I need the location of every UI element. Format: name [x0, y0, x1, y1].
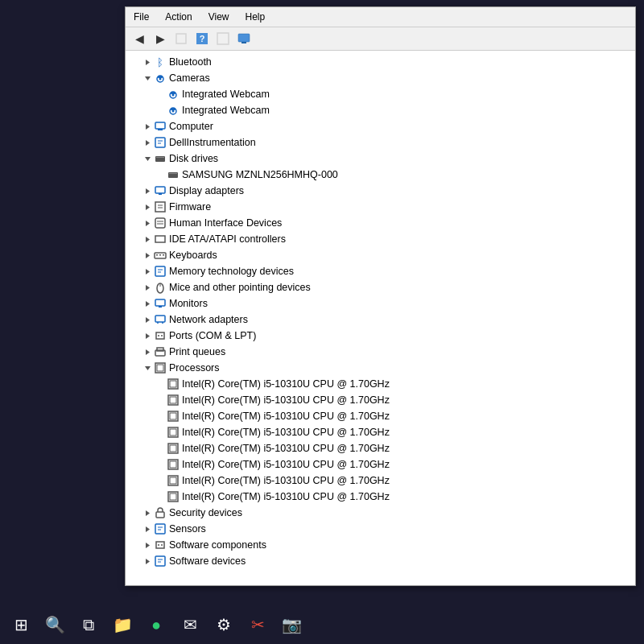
task-view-button[interactable]: ⧉ — [74, 610, 103, 639]
item-label: Human Interface Devices — [169, 217, 282, 229]
expand-icon[interactable] — [142, 330, 153, 341]
expand-icon[interactable] — [142, 266, 153, 277]
tree-item[interactable]: Intel(R) Core(TM) i5-10310U CPU @ 1.70GH… — [126, 440, 635, 456]
expand-icon — [155, 459, 166, 470]
expand-icon[interactable] — [142, 137, 153, 148]
menu-help[interactable]: Help — [242, 10, 269, 24]
svg-rect-83 — [170, 461, 176, 468]
item-label: Security devices — [169, 507, 242, 518]
menu-action[interactable]: Action — [162, 10, 195, 24]
expand-icon[interactable] — [142, 346, 153, 357]
back-button[interactable]: ◀ — [130, 30, 148, 47]
expand-icon[interactable] — [142, 507, 153, 518]
tree-item[interactable]: Intel(R) Core(TM) i5-10310U CPU @ 1.70GH… — [126, 489, 635, 505]
display-button[interactable] — [235, 30, 253, 47]
settings-button[interactable]: ⚙ — [209, 610, 238, 639]
tree-item[interactable]: Intel(R) Core(TM) i5-10310U CPU @ 1.70GH… — [126, 408, 635, 424]
folder-button[interactable]: 📁 — [108, 610, 137, 639]
media-button[interactable]: ● — [142, 610, 171, 639]
tree-item[interactable]: Intel(R) Core(TM) i5-10310U CPU @ 1.70GH… — [126, 376, 635, 392]
tree-item[interactable]: Print queues — [126, 344, 635, 360]
expand-icon[interactable] — [142, 314, 153, 325]
help-button[interactable]: ? — [193, 30, 211, 47]
expand-icon[interactable] — [142, 217, 153, 229]
svg-point-97 — [161, 544, 163, 546]
tree-item[interactable]: Sensors — [126, 521, 635, 537]
tree-item[interactable]: DellInstrumentation — [126, 134, 635, 151]
expand-icon[interactable] — [142, 185, 153, 196]
svg-rect-49 — [155, 266, 165, 276]
expand-icon[interactable] — [142, 153, 153, 164]
tree-item[interactable]: IDE ATA/ATAPI controllers — [126, 231, 635, 247]
camera-button[interactable]: 📷 — [277, 610, 306, 639]
expand-icon[interactable] — [142, 282, 153, 293]
tree-item[interactable]: Intel(R) Core(TM) i5-10310U CPU @ 1.70GH… — [126, 392, 635, 408]
tree-item[interactable]: Disk drives — [126, 151, 635, 167]
svg-rect-73 — [170, 381, 176, 387]
props-button[interactable] — [214, 30, 232, 47]
svg-rect-19 — [155, 122, 165, 129]
item-icon — [167, 104, 180, 117]
tree-item[interactable]: Software devices — [126, 553, 635, 569]
item-icon — [154, 120, 167, 133]
svg-rect-32 — [159, 193, 162, 195]
tree-item[interactable]: Computer — [126, 118, 635, 134]
item-icon — [154, 281, 167, 294]
tree-item[interactable]: Integrated Webcam — [126, 102, 635, 118]
expand-icon — [155, 394, 166, 406]
search-button[interactable]: 🔍 — [40, 610, 69, 639]
svg-rect-22 — [155, 138, 165, 147]
expand-icon[interactable] — [142, 362, 153, 374]
item-icon — [167, 410, 180, 423]
tree-item[interactable]: Human Interface Devices — [126, 215, 635, 231]
tree-item[interactable]: Firmware — [126, 199, 635, 215]
item-icon — [167, 490, 180, 503]
tree-item[interactable]: Display adapters — [126, 183, 635, 199]
tree-item[interactable]: Network adapters — [126, 312, 635, 328]
start-button[interactable]: ⊞ — [6, 610, 35, 639]
expand-icon[interactable] — [142, 233, 153, 245]
expand-icon[interactable] — [142, 121, 153, 132]
expand-icon[interactable] — [142, 250, 153, 261]
tree-item[interactable]: Processors — [126, 360, 635, 376]
tree-item[interactable]: ᛒBluetooth — [126, 54, 635, 70]
tree-item[interactable]: Cameras — [126, 70, 635, 86]
tree-item[interactable]: SAMSUNG MZNLN256HMHQ-000 — [126, 167, 635, 183]
tree-item[interactable]: Ports (COM & LPT) — [126, 328, 635, 344]
expand-icon[interactable] — [142, 72, 153, 84]
mail-button[interactable]: ✉ — [175, 610, 204, 639]
expand-icon — [155, 105, 166, 116]
item-label: Intel(R) Core(TM) i5-10310U CPU @ 1.70GH… — [182, 427, 390, 438]
up-button[interactable] — [172, 30, 190, 47]
forward-button[interactable]: ▶ — [151, 30, 169, 47]
item-icon: ᛒ — [154, 56, 167, 68]
tree-item[interactable]: Mice and other pointing devices — [126, 279, 635, 295]
item-icon — [154, 313, 167, 326]
tree-item[interactable]: Software components — [126, 537, 635, 553]
expand-icon[interactable] — [142, 555, 153, 567]
expand-icon[interactable] — [142, 523, 153, 535]
expand-icon[interactable] — [142, 539, 153, 551]
tool-button[interactable]: ✂ — [243, 610, 272, 639]
tree-item[interactable]: Keyboards — [126, 247, 635, 263]
menu-view[interactable]: View — [205, 10, 233, 24]
menu-file[interactable]: File — [130, 10, 152, 24]
svg-rect-79 — [170, 429, 176, 436]
svg-marker-94 — [146, 543, 150, 548]
tree-item[interactable]: Integrated Webcam — [126, 86, 635, 102]
item-icon — [167, 426, 180, 439]
item-label: Intel(R) Core(TM) i5-10310U CPU @ 1.70GH… — [182, 443, 390, 454]
expand-icon[interactable] — [142, 201, 153, 213]
item-label: Firmware — [169, 201, 211, 213]
expand-icon — [155, 491, 166, 502]
tree-item[interactable]: Security devices — [126, 505, 635, 521]
tree-item[interactable]: Intel(R) Core(TM) i5-10310U CPU @ 1.70GH… — [126, 424, 635, 440]
expand-icon[interactable] — [142, 56, 153, 68]
tree-item[interactable]: Memory technology devices — [126, 263, 635, 279]
tree-item[interactable]: Intel(R) Core(TM) i5-10310U CPU @ 1.70GH… — [126, 456, 635, 473]
svg-marker-90 — [146, 526, 150, 532]
tree-item[interactable]: Intel(R) Core(TM) i5-10310U CPU @ 1.70GH… — [126, 473, 635, 489]
tree-item[interactable]: Monitors — [126, 295, 635, 312]
svg-rect-34 — [155, 202, 165, 212]
expand-icon[interactable] — [142, 298, 153, 309]
